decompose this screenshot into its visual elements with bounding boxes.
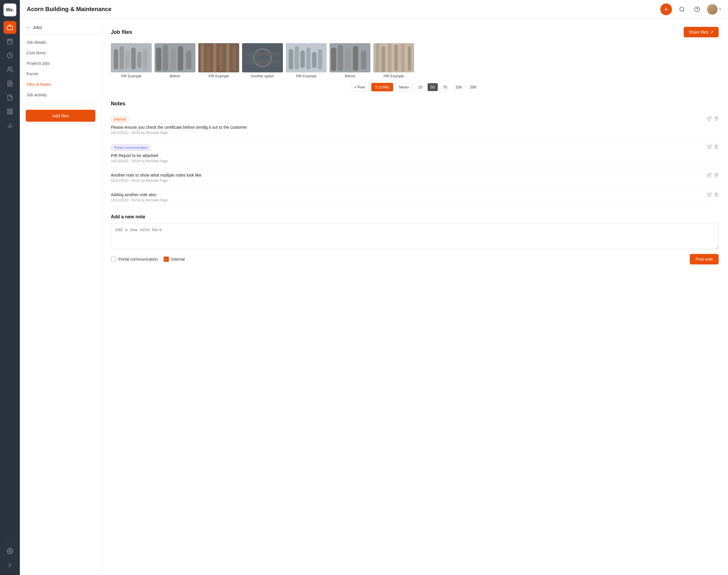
- svg-rect-0: [7, 26, 12, 30]
- image-thumb[interactable]: [242, 43, 283, 72]
- page-size-70[interactable]: 70: [440, 83, 450, 91]
- svg-rect-33: [186, 50, 191, 69]
- note-text: Adding another note also: [111, 192, 702, 197]
- search-button[interactable]: [677, 4, 687, 14]
- svg-rect-40: [233, 46, 236, 71]
- delete-note-button[interactable]: [714, 116, 719, 122]
- sidebar-item-people[interactable]: [3, 63, 16, 76]
- image-label: PIR Example: [209, 74, 229, 78]
- add-note-title: Add a new note: [111, 214, 719, 219]
- internal-label: Internal: [171, 257, 185, 262]
- header-actions: + ▾: [660, 3, 721, 15]
- sidebar-item-forward[interactable]: [3, 559, 16, 572]
- svg-point-6: [8, 67, 10, 69]
- app-logo[interactable]: We.: [3, 3, 16, 16]
- page-size-100[interactable]: 100: [452, 83, 465, 91]
- image-thumb[interactable]: [198, 43, 239, 72]
- svg-rect-32: [178, 46, 183, 71]
- svg-rect-11: [8, 112, 9, 114]
- edit-note-button[interactable]: [707, 192, 712, 198]
- image-thumb[interactable]: [155, 43, 195, 72]
- image-thumb[interactable]: [111, 43, 152, 72]
- sidebar-item-projects-jobs[interactable]: Projects jobs: [20, 58, 101, 69]
- page-title: Acorn Building & Maintenance: [27, 6, 660, 12]
- portal-communication-checkbox-item[interactable]: Portal communication: [111, 257, 158, 262]
- add-files-button[interactable]: Add files: [26, 110, 96, 122]
- internal-checkbox-item[interactable]: ✓ Internal: [163, 257, 185, 262]
- sidebar-item-files-notes[interactable]: Files & Notes: [20, 79, 101, 90]
- share-files-button[interactable]: Share files ↗: [684, 27, 719, 37]
- back-to-jobs[interactable]: ← Jobs: [20, 25, 101, 34]
- note-meta: 16/12/2020 - 09:54 by Michelle Page: [111, 179, 702, 183]
- image-item[interactable]: Before: [155, 43, 195, 78]
- delete-note-button[interactable]: [714, 144, 719, 150]
- sidebar-item-settings[interactable]: [3, 545, 16, 557]
- svg-rect-24: [125, 50, 130, 68]
- avatar[interactable]: [707, 4, 718, 14]
- sidebar-item-clock[interactable]: [3, 49, 16, 62]
- page-size-50[interactable]: 50: [428, 83, 437, 91]
- prev-page-button[interactable]: « Prev: [351, 83, 369, 91]
- sidebar-item-cost-items[interactable]: Cost items: [20, 47, 101, 58]
- image-item[interactable]: PIR Example: [111, 43, 152, 78]
- note-tag-portal: Portal communication: [111, 144, 151, 151]
- notes-title: Notes: [111, 101, 719, 107]
- add-button[interactable]: +: [660, 3, 672, 15]
- note-footer: Portal communication ✓ Internal Post not…: [111, 254, 719, 265]
- back-arrow-icon: ←: [26, 25, 30, 30]
- current-page-button[interactable]: 2 (1096): [371, 83, 393, 91]
- sidebar-item-grid[interactable]: [3, 105, 16, 118]
- main-content: Job files Share files ↗ PIR Example: [102, 19, 728, 575]
- page-size-200[interactable]: 200: [467, 83, 479, 91]
- sidebar-item-job-activity[interactable]: Job activity: [20, 90, 101, 100]
- svg-rect-1: [8, 39, 12, 44]
- note-content: Adding another note also 16/12/2020 - 09…: [111, 192, 702, 202]
- image-item[interactable]: PIR Example: [198, 43, 239, 78]
- image-item[interactable]: Another option: [242, 43, 283, 78]
- sidebar-item-chart[interactable]: [3, 119, 16, 132]
- note-item: Internal Please ensure you check the cer…: [111, 111, 719, 140]
- edit-note-button[interactable]: [707, 173, 712, 179]
- image-label: PIR Example: [121, 74, 141, 78]
- post-note-button[interactable]: Post note: [690, 254, 719, 265]
- user-dropdown[interactable]: ▾: [707, 4, 721, 14]
- image-label: Before: [345, 74, 355, 78]
- note-meta: 16/12/2020 - 09:54 by Michelle Page: [111, 159, 702, 163]
- note-actions: [707, 144, 719, 150]
- svg-rect-55: [345, 49, 351, 69]
- edit-note-button[interactable]: [707, 116, 712, 122]
- sidebar-item-calendar[interactable]: [3, 35, 16, 48]
- image-thumb[interactable]: [373, 43, 414, 72]
- note-textarea[interactable]: [111, 223, 719, 249]
- delete-note-button[interactable]: [714, 173, 719, 179]
- delete-note-button[interactable]: [714, 192, 719, 198]
- edit-note-button[interactable]: [707, 144, 712, 150]
- sidebar-item-jobs[interactable]: [3, 21, 16, 34]
- svg-rect-51: [318, 49, 322, 69]
- svg-rect-35: [201, 43, 204, 72]
- svg-rect-62: [394, 45, 398, 71]
- sub-sidebar: ← Jobs Job details Cost items Projects j…: [20, 19, 102, 575]
- image-item[interactable]: Before: [330, 43, 370, 78]
- portal-communication-checkbox[interactable]: [111, 257, 116, 262]
- help-button[interactable]: [692, 4, 702, 14]
- image-thumb[interactable]: [330, 43, 370, 72]
- job-files-header: Job files Share files ↗: [111, 27, 719, 37]
- image-label: PIR Example: [296, 74, 317, 78]
- image-item[interactable]: PIR Example: [373, 43, 414, 78]
- image-label: Before: [170, 74, 180, 78]
- image-item[interactable]: PIR Example: [286, 43, 327, 78]
- image-thumb[interactable]: [286, 43, 327, 72]
- job-files-title: Job files: [111, 29, 132, 35]
- sidebar-item-forms[interactable]: Forms: [20, 69, 101, 79]
- next-page-button[interactable]: Next»: [396, 83, 413, 91]
- page-size-15[interactable]: 15: [415, 83, 425, 91]
- sidebar-item-reports[interactable]: [3, 77, 16, 90]
- sidebar-item-documents[interactable]: [3, 91, 16, 104]
- note-actions: [707, 192, 719, 198]
- sidebar-item-job-details[interactable]: Job details: [20, 37, 101, 47]
- svg-rect-59: [376, 43, 379, 72]
- svg-rect-41: [242, 43, 283, 72]
- internal-checkbox[interactable]: ✓: [163, 257, 169, 262]
- svg-rect-10: [10, 109, 12, 111]
